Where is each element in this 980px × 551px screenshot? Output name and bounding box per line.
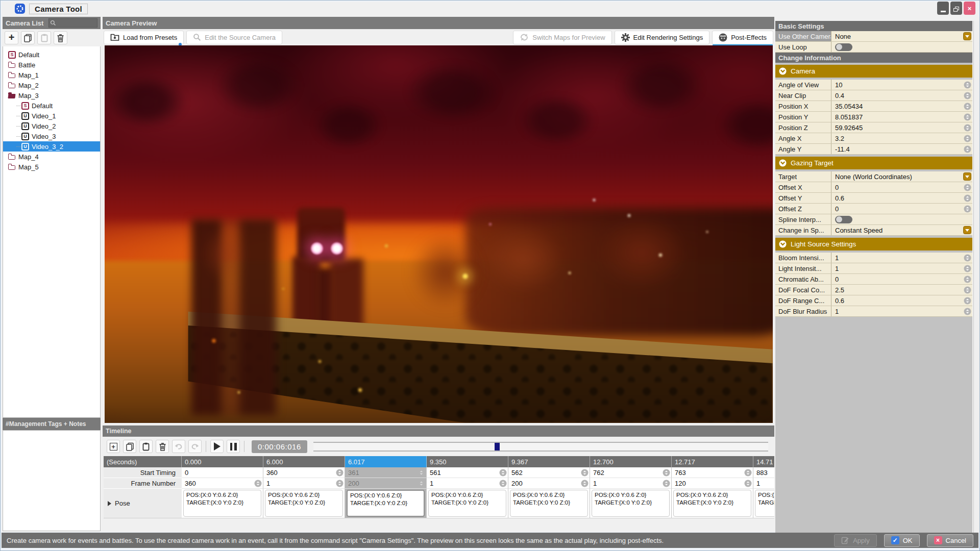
tree-item-map_1[interactable]: Map_1	[3, 70, 100, 80]
setting-value[interactable]: 1	[831, 306, 962, 316]
post-effects-button[interactable]: Post-Effects	[712, 31, 773, 44]
tree-item-map_2[interactable]: Map_2	[3, 80, 100, 90]
stepper-button[interactable]	[962, 112, 972, 122]
tree-item-default[interactable]: SDefault	[3, 49, 100, 60]
settings-section-camera[interactable]: Camera	[775, 65, 972, 78]
setting-value[interactable]	[831, 42, 962, 52]
undo-button[interactable]	[172, 440, 185, 453]
setting-value[interactable]: 3.2	[831, 133, 962, 143]
play-button[interactable]	[210, 440, 224, 453]
redo-button[interactable]	[188, 440, 202, 453]
stepper-button[interactable]	[962, 285, 972, 295]
stepper-icon[interactable]	[581, 469, 589, 477]
stepper-button[interactable]	[962, 133, 972, 143]
start-timing-cell[interactable]: 561	[427, 467, 508, 478]
pose-cell[interactable]: POS:{X:0 Y:0.6 Z:0} TARGET:{X:0 Y:0 Z:0}	[590, 489, 672, 518]
start-timing-cell[interactable]: 762	[590, 467, 672, 478]
stepper-icon[interactable]	[663, 480, 670, 487]
setting-control[interactable]	[962, 42, 972, 52]
stepper-button[interactable]	[962, 101, 972, 111]
start-timing-cell[interactable]: 360	[263, 467, 345, 478]
setting-value[interactable]: Constant Speed	[831, 225, 962, 235]
timeline-column-header[interactable]: 9.350	[427, 456, 508, 467]
setting-value[interactable]	[831, 214, 962, 224]
tree-item-map_4[interactable]: Map_4	[3, 152, 100, 162]
pose-cell[interactable]: POS:{X:0 Y:0.6 Z:0} TARGET:{X:0 Y:0 Z:0}	[508, 489, 590, 518]
stepper-button[interactable]	[962, 122, 972, 133]
edit-rendering-settings-button[interactable]: Edit Rendering Settings	[615, 31, 710, 44]
camera-list-search[interactable]	[48, 18, 97, 28]
settings-section-light-source-settings[interactable]: Light Source Settings	[775, 238, 972, 251]
setting-value[interactable]: 35.05434	[831, 101, 962, 111]
stepper-icon[interactable]	[418, 480, 425, 487]
frame-number-cell[interactable]: 120	[672, 478, 753, 489]
timeline-column-header[interactable]: 12.717	[672, 456, 753, 467]
start-timing-cell[interactable]: 763	[672, 467, 753, 478]
start-timing-cell[interactable]: 0	[182, 467, 263, 478]
cancel-button[interactable]: × Cancel	[927, 534, 973, 547]
stepper-button[interactable]	[962, 306, 972, 316]
setting-value[interactable]: 8.051837	[831, 112, 962, 122]
setting-value[interactable]: 0.6	[831, 193, 962, 203]
timeline-playhead[interactable]	[495, 443, 500, 450]
setting-value[interactable]: 0	[831, 182, 962, 192]
dropdown-button[interactable]	[962, 31, 972, 41]
tree-item-map_5[interactable]: Map_5	[3, 162, 100, 172]
dropdown-button[interactable]	[962, 225, 972, 235]
stepper-button[interactable]	[962, 274, 972, 284]
setting-value[interactable]: 59.92645	[831, 122, 962, 133]
stepper-icon[interactable]	[254, 480, 262, 487]
edit-source-camera-button[interactable]: Edit the Source Camera	[186, 31, 282, 44]
start-timing-cell[interactable]: 361	[345, 467, 427, 478]
tree-item-video_3_2[interactable]: UVideo_3_2	[3, 141, 100, 152]
load-from-presets-button[interactable]: Load from Presets	[104, 31, 184, 44]
search-input[interactable]	[56, 20, 96, 26]
close-button[interactable]: ×	[964, 2, 975, 15]
setting-value[interactable]: 1	[831, 253, 962, 263]
pause-button[interactable]	[227, 440, 240, 453]
stepper-icon[interactable]	[499, 469, 507, 477]
stepper-button[interactable]	[962, 193, 972, 203]
stepper-icon[interactable]	[336, 469, 344, 477]
setting-value[interactable]: 0.6	[831, 295, 962, 306]
tree-item-default[interactable]: SDefault	[3, 101, 100, 111]
tree-item-map_3[interactable]: Map_3	[3, 90, 100, 101]
stepper-button[interactable]	[962, 90, 972, 101]
setting-value[interactable]: 10	[831, 80, 962, 90]
toggle-switch[interactable]	[835, 216, 852, 223]
frame-number-cell[interactable]: 200	[345, 478, 427, 489]
frame-number-cell[interactable]: 1	[263, 478, 345, 489]
timeline-add-button[interactable]: +	[107, 440, 120, 453]
stepper-icon[interactable]	[336, 480, 344, 487]
start-timing-cell[interactable]: 562	[508, 467, 590, 478]
setting-value[interactable]: 0	[831, 204, 962, 214]
minimize-button[interactable]	[937, 2, 949, 15]
duplicate-camera-button[interactable]	[21, 31, 35, 44]
management-tags-notes-box[interactable]	[3, 430, 101, 531]
pose-cell[interactable]: POS:{X:0 Y:0.6 Z:0} TARGET:{X:0 Y:0 Z:0}	[263, 489, 345, 518]
timeline-column-header[interactable]: 14.71	[753, 456, 774, 467]
add-camera-button[interactable]: +	[5, 31, 18, 44]
stepper-button[interactable]	[962, 204, 972, 214]
frame-number-cell[interactable]: 1	[590, 478, 672, 489]
stepper-button[interactable]	[962, 80, 972, 90]
stepper-button[interactable]	[962, 182, 972, 192]
setting-value[interactable]: 2.5	[831, 285, 962, 295]
dropdown-button[interactable]	[962, 171, 972, 182]
toggle-switch[interactable]	[835, 43, 852, 51]
pose-cell[interactable]: POS:{X:0 Y:0.6 Z:0} TARGET:{X:0 Y:0 Z:0}	[345, 489, 427, 518]
frame-number-cell[interactable]: 1	[427, 478, 508, 489]
stepper-button[interactable]	[962, 253, 972, 263]
timeline-paste-button[interactable]	[139, 440, 153, 453]
delete-camera-button[interactable]	[54, 31, 67, 44]
apply-button[interactable]: Apply	[834, 534, 877, 547]
maximize-button[interactable]	[950, 2, 962, 15]
setting-value[interactable]: None	[831, 31, 962, 41]
pose-cell[interactable]: POS:{X:0 Y:0.6 Z:0} TARGET:{X:0 Y:0 Z:0}	[182, 489, 263, 518]
start-timing-cell[interactable]: 883	[753, 467, 774, 478]
stepper-button[interactable]	[962, 263, 972, 273]
ok-button[interactable]: ✓ OK	[884, 534, 920, 547]
stepper-icon[interactable]	[418, 469, 425, 477]
timeline-scrubber[interactable]	[313, 442, 768, 452]
pose-cell[interactable]: POS:{X:0 Y:0.6 Z:0} TARGET:{X:0 Y:0 Z:0}	[427, 489, 508, 518]
